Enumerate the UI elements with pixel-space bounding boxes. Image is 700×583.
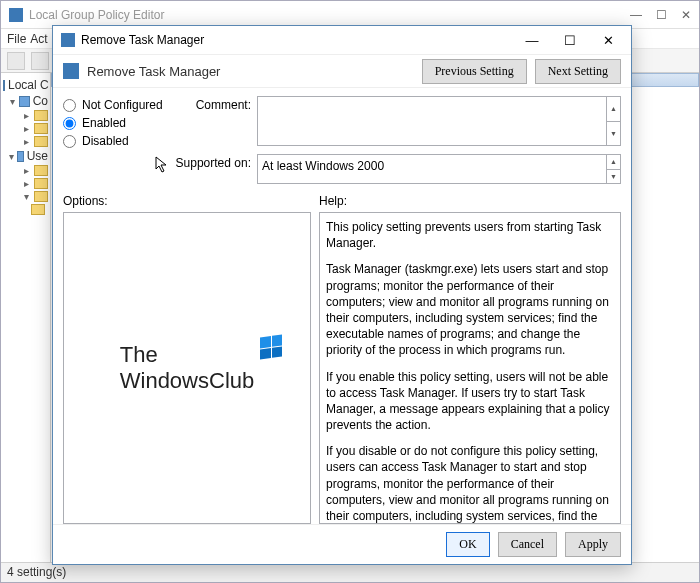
policy-dialog: Remove Task Manager — ☐ ✕ Remove Task Ma… xyxy=(52,25,632,565)
dialog-titlebar[interactable]: Remove Task Manager — ☐ ✕ xyxy=(53,26,631,54)
comment-textbox[interactable]: ▲▼ xyxy=(257,96,621,146)
radio-disabled[interactable]: Disabled xyxy=(63,132,163,150)
watermark-line2: WindowsClub xyxy=(120,368,255,394)
previous-setting-button[interactable]: Previous Setting xyxy=(422,59,527,84)
menu-file[interactable]: File xyxy=(7,32,26,46)
dialog-title: Remove Task Manager xyxy=(81,33,204,47)
options-panel: The WindowsClub xyxy=(63,212,311,524)
state-radios: Not Configured Enabled Disabled xyxy=(63,96,163,184)
watermark-logo: The WindowsClub xyxy=(120,342,255,394)
dialog-subheader: Remove Task Manager Previous Setting Nex… xyxy=(53,54,631,88)
collapse-icon[interactable]: ▾ xyxy=(9,151,14,162)
options-column: Options: The WindowsClub xyxy=(63,192,311,524)
scroll-up-icon[interactable]: ▲ xyxy=(606,155,620,170)
tree-item[interactable]: ▸ xyxy=(3,164,48,177)
help-label: Help: xyxy=(319,192,621,212)
computer-icon xyxy=(3,80,5,91)
policy-name: Remove Task Manager xyxy=(87,64,220,79)
apply-button[interactable]: Apply xyxy=(565,532,621,557)
comment-label: Comment: xyxy=(173,96,251,112)
collapse-icon[interactable]: ▾ xyxy=(9,96,16,107)
dialog-buttons: OK Cancel Apply xyxy=(53,524,631,564)
folder-icon xyxy=(17,151,24,162)
tree-item[interactable]: ▾Use xyxy=(3,148,48,164)
gpedit-statusbar: 4 setting(s) xyxy=(1,562,699,582)
tree-item[interactable]: ▾ xyxy=(3,190,48,203)
help-paragraph: If you enable this policy setting, users… xyxy=(326,369,614,434)
tree-item[interactable]: ▸ xyxy=(3,109,48,122)
folder-icon xyxy=(34,165,48,176)
radio-disabled-input[interactable] xyxy=(63,135,76,148)
minimize-icon[interactable]: — xyxy=(630,8,642,22)
expand-icon[interactable]: ▸ xyxy=(21,110,31,121)
supported-label: Supported on: xyxy=(173,154,251,170)
scroll-down-icon[interactable]: ▼ xyxy=(606,122,620,146)
cancel-button[interactable]: Cancel xyxy=(498,532,557,557)
comment-scroll[interactable]: ▲▼ xyxy=(606,97,620,145)
help-panel[interactable]: This policy setting prevents users from … xyxy=(319,212,621,524)
radio-enabled[interactable]: Enabled xyxy=(63,114,163,132)
policy-icon xyxy=(61,33,75,47)
expand-icon[interactable]: ▸ xyxy=(21,123,31,134)
scroll-down-icon[interactable]: ▼ xyxy=(606,170,620,184)
close-button[interactable]: ✕ xyxy=(589,27,627,53)
radio-not-configured-input[interactable] xyxy=(63,99,76,112)
policy-icon xyxy=(63,63,79,79)
toolbar-button[interactable] xyxy=(7,52,25,70)
watermark-line1: The xyxy=(120,342,255,368)
radio-not-configured[interactable]: Not Configured xyxy=(63,96,163,114)
minimize-button[interactable]: — xyxy=(513,27,551,53)
dialog-window-controls: — ☐ ✕ xyxy=(513,27,627,53)
help-paragraph: Task Manager (taskmgr.exe) lets users st… xyxy=(326,261,614,358)
config-area: Not Configured Enabled Disabled Comment:… xyxy=(53,88,631,188)
folder-icon xyxy=(31,204,45,215)
close-icon[interactable]: ✕ xyxy=(681,8,691,22)
help-paragraph: If you disable or do not configure this … xyxy=(326,443,614,524)
supported-row: Supported on: At least Windows 2000 ▲▼ xyxy=(173,154,621,184)
radio-enabled-input[interactable] xyxy=(63,117,76,130)
next-setting-button[interactable]: Next Setting xyxy=(535,59,621,84)
windows-logo-icon xyxy=(260,334,282,359)
supported-scroll[interactable]: ▲▼ xyxy=(606,155,620,183)
mid-area: Options: The WindowsClub Help: This poli… xyxy=(53,188,631,524)
menu-action[interactable]: Act xyxy=(30,32,47,46)
maximize-icon[interactable]: ☐ xyxy=(656,8,667,22)
setting-nav: Previous Setting Next Setting xyxy=(422,59,621,84)
folder-icon xyxy=(34,110,48,121)
maximize-button[interactable]: ☐ xyxy=(551,27,589,53)
tree-root[interactable]: Local C xyxy=(3,77,48,93)
folder-icon xyxy=(19,96,30,107)
gpedit-window-controls: — ☐ ✕ xyxy=(630,8,691,22)
toolbar-button[interactable] xyxy=(31,52,49,70)
tree-item[interactable]: ▾Co xyxy=(3,93,48,109)
folder-icon xyxy=(34,123,48,134)
gpedit-title: Local Group Policy Editor xyxy=(29,8,164,22)
comment-row: Comment: ▲▼ xyxy=(173,96,621,146)
tree-item[interactable]: ▸ xyxy=(3,177,48,190)
fields: Comment: ▲▼ Supported on: At least Windo… xyxy=(173,96,621,184)
help-paragraph: This policy setting prevents users from … xyxy=(326,219,614,251)
tree-item[interactable]: ▸ xyxy=(3,135,48,148)
scroll-up-icon[interactable]: ▲ xyxy=(606,97,620,122)
collapse-icon[interactable]: ▾ xyxy=(21,191,31,202)
tree-item[interactable] xyxy=(3,203,48,216)
help-column: Help: This policy setting prevents users… xyxy=(319,192,621,524)
expand-icon[interactable]: ▸ xyxy=(21,136,31,147)
folder-icon xyxy=(34,191,48,202)
folder-icon xyxy=(34,178,48,189)
gpedit-tree[interactable]: Local C ▾Co ▸ ▸ ▸ ▾Use ▸ ▸ ▾ xyxy=(1,73,51,562)
folder-icon xyxy=(34,136,48,147)
expand-icon[interactable]: ▸ xyxy=(21,165,31,176)
ok-button[interactable]: OK xyxy=(446,532,489,557)
options-label: Options: xyxy=(63,192,311,212)
help-text: This policy setting prevents users from … xyxy=(326,219,614,524)
supported-textbox: At least Windows 2000 ▲▼ xyxy=(257,154,621,184)
expand-icon[interactable]: ▸ xyxy=(21,178,31,189)
tree-item[interactable]: ▸ xyxy=(3,122,48,135)
gpedit-icon xyxy=(9,8,23,22)
